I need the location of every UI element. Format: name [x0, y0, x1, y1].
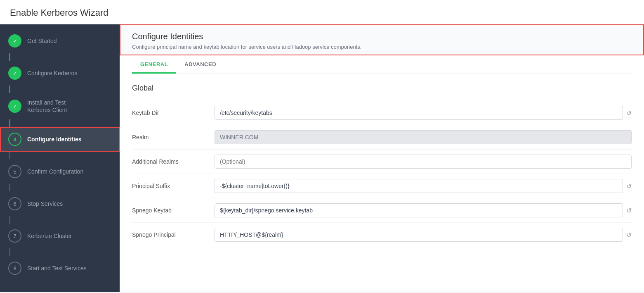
tab-advanced[interactable]: ADVANCED [176, 55, 224, 74]
connector-5-6 [9, 184, 10, 191]
sidebar-item-install-test[interactable]: ✓ Install and Test Kerberos Client [0, 93, 120, 119]
label-principal-suffix: Principal Suffix [132, 183, 215, 189]
step-circle-4: 4 [8, 133, 21, 146]
input-spnego-keytab[interactable] [215, 203, 623, 217]
step-label-1: Get Started [27, 37, 57, 45]
refresh-icon-spnego-principal[interactable]: ↺ [626, 231, 632, 239]
step-label-5: Confirm Configuration [27, 168, 83, 175]
connector-2-3 [9, 86, 10, 93]
field-row-principal-suffix: Principal Suffix ↺ [132, 174, 632, 198]
input-wrapper-realm [215, 130, 632, 144]
step-number-5: 5 [13, 169, 16, 175]
tab-general[interactable]: GENERAL [132, 55, 176, 74]
check-icon-2: ✓ [13, 70, 17, 76]
step-label-8: Start and Test Services [27, 264, 87, 272]
step-circle-3: ✓ [8, 100, 21, 113]
sidebar-item-configure-kerberos[interactable]: ✓ Configure Kerberos [0, 61, 120, 86]
step-circle-5: 5 [8, 165, 21, 178]
input-wrapper-spnego-keytab: ↺ [215, 203, 632, 217]
field-row-keytab-dir: Keytab Dir ↺ [132, 101, 632, 125]
step-circle-2: ✓ [8, 67, 21, 80]
step-circle-1: ✓ [8, 34, 21, 48]
connector-4-5 [9, 152, 10, 159]
field-row-spnego-keytab: Spnego Keytab ↺ [132, 198, 632, 223]
page-title: Enable Kerberos Wizard [0, 0, 644, 24]
label-spnego-keytab: Spnego Keytab [132, 207, 215, 214]
check-icon-1: ✓ [13, 38, 17, 44]
input-spnego-principal[interactable] [215, 228, 623, 242]
step-number-7: 7 [13, 233, 16, 239]
input-principal-suffix[interactable] [215, 179, 623, 193]
content-body: GENERAL ADVANCED Global Keytab Dir ↺ Rea… [120, 55, 644, 260]
input-wrapper-principal-suffix: ↺ [215, 179, 632, 193]
label-realm: Realm [132, 134, 215, 141]
step-label-4: Configure Identities [27, 136, 81, 143]
step-circle-7: 7 [8, 229, 21, 243]
step-number-4: 4 [13, 136, 16, 143]
step-label-7: Kerberize Cluster [27, 232, 72, 240]
refresh-icon-spnego-keytab[interactable]: ↺ [626, 207, 632, 214]
label-keytab-dir: Keytab Dir [132, 110, 215, 116]
input-realm [215, 130, 632, 144]
input-keytab-dir[interactable] [215, 106, 623, 120]
input-wrapper-keytab-dir: ↺ [215, 106, 632, 120]
step-number-8: 8 [13, 265, 16, 272]
sidebar-item-get-started[interactable]: ✓ Get Started [0, 29, 120, 53]
field-row-additional-realms: Additional Realms [132, 150, 632, 174]
tabs-container: GENERAL ADVANCED [132, 55, 632, 74]
input-additional-realms[interactable] [215, 155, 632, 169]
content-subtitle: Configure principal name and keytab loca… [132, 44, 632, 50]
refresh-icon-principal-suffix[interactable]: ↺ [626, 182, 632, 190]
step-label-2: Configure Kerberos [27, 69, 77, 77]
input-wrapper-additional-realms [215, 155, 632, 169]
sidebar-item-confirm-configuration[interactable]: 5 Confirm Configuration [0, 159, 120, 184]
sidebar-item-configure-identities[interactable]: 4 Configure Identities [0, 127, 120, 152]
content-title: Configure Identities [132, 32, 632, 41]
content-header: Configure Identities Configure principal… [120, 24, 644, 55]
connector-6-7 [9, 216, 10, 224]
sidebar-item-stop-services[interactable]: 6 Stop Services [0, 191, 120, 216]
wizard-sidebar: ✓ Get Started ✓ Configure Kerberos ✓ Ins… [0, 24, 120, 292]
content-area: Configure Identities Configure principal… [120, 24, 644, 292]
section-title-global: Global [132, 84, 632, 93]
step-number-6: 6 [13, 201, 16, 207]
connector-3-4 [9, 119, 10, 127]
check-icon-3: ✓ [13, 103, 17, 110]
connector-1-2 [9, 53, 10, 61]
connector-7-8 [9, 248, 10, 256]
step-circle-6: 6 [8, 197, 21, 210]
step-label-3: Install and Test Kerberos Client [27, 99, 67, 114]
label-additional-realms: Additional Realms [132, 158, 215, 165]
step-circle-8: 8 [8, 262, 21, 275]
sidebar-item-start-test-services[interactable]: 8 Start and Test Services [0, 256, 120, 281]
input-wrapper-spnego-principal: ↺ [215, 228, 632, 242]
label-spnego-principal: Spnego Principal [132, 231, 215, 238]
sidebar-item-kerberize-cluster[interactable]: 7 Kerberize Cluster [0, 224, 120, 248]
step-label-6: Stop Services [27, 200, 63, 207]
field-row-spnego-principal: Spnego Principal ↺ [132, 223, 632, 247]
field-row-realm: Realm [132, 125, 632, 150]
refresh-icon-keytab-dir[interactable]: ↺ [626, 109, 632, 117]
